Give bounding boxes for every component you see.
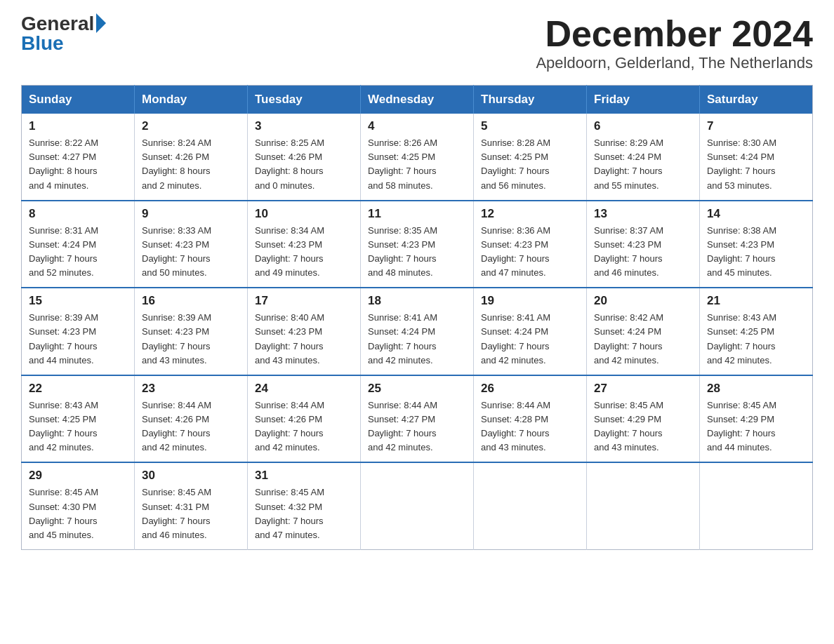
calendar-week-row: 22Sunrise: 8:43 AMSunset: 4:25 PMDayligh… (22, 375, 813, 463)
day-number: 20 (594, 294, 692, 308)
day-number: 18 (368, 294, 466, 308)
day-number: 31 (255, 469, 353, 483)
day-info: Sunrise: 8:45 AMSunset: 4:29 PMDaylight:… (707, 398, 805, 455)
day-number: 11 (368, 207, 466, 221)
day-info: Sunrise: 8:40 AMSunset: 4:23 PMDaylight:… (255, 311, 353, 368)
calendar-cell: 24Sunrise: 8:44 AMSunset: 4:26 PMDayligh… (248, 375, 361, 463)
calendar-cell: 6Sunrise: 8:29 AMSunset: 4:24 PMDaylight… (587, 114, 700, 201)
calendar-cell: 8Sunrise: 8:31 AMSunset: 4:24 PMDaylight… (22, 201, 135, 288)
calendar-cell: 18Sunrise: 8:41 AMSunset: 4:24 PMDayligh… (361, 288, 474, 375)
day-info: Sunrise: 8:45 AMSunset: 4:31 PMDaylight:… (142, 485, 240, 542)
day-number: 16 (142, 294, 240, 308)
day-info: Sunrise: 8:22 AMSunset: 4:27 PMDaylight:… (29, 136, 127, 193)
day-number: 12 (481, 207, 579, 221)
calendar-cell: 1Sunrise: 8:22 AMSunset: 4:27 PMDaylight… (22, 114, 135, 201)
calendar-cell: 23Sunrise: 8:44 AMSunset: 4:26 PMDayligh… (135, 375, 248, 463)
day-info: Sunrise: 8:44 AMSunset: 4:26 PMDaylight:… (142, 398, 240, 455)
day-number: 26 (481, 382, 579, 396)
weekday-header-sunday: Sunday (22, 86, 135, 114)
day-number: 22 (29, 382, 127, 396)
calendar-cell: 11Sunrise: 8:35 AMSunset: 4:23 PMDayligh… (361, 201, 474, 288)
calendar-cell: 16Sunrise: 8:39 AMSunset: 4:23 PMDayligh… (135, 288, 248, 375)
day-info: Sunrise: 8:26 AMSunset: 4:25 PMDaylight:… (368, 136, 466, 193)
calendar-cell: 21Sunrise: 8:43 AMSunset: 4:25 PMDayligh… (700, 288, 813, 375)
calendar-cell: 26Sunrise: 8:44 AMSunset: 4:28 PMDayligh… (474, 375, 587, 463)
weekday-header-thursday: Thursday (474, 86, 587, 114)
calendar-cell (587, 462, 700, 549)
day-info: Sunrise: 8:44 AMSunset: 4:28 PMDaylight:… (481, 398, 579, 455)
day-info: Sunrise: 8:36 AMSunset: 4:23 PMDaylight:… (481, 224, 579, 281)
weekday-header-monday: Monday (135, 86, 248, 114)
day-number: 29 (29, 469, 127, 483)
day-info: Sunrise: 8:44 AMSunset: 4:27 PMDaylight:… (368, 398, 466, 455)
day-info: Sunrise: 8:39 AMSunset: 4:23 PMDaylight:… (142, 311, 240, 368)
day-number: 15 (29, 294, 127, 308)
calendar-cell: 30Sunrise: 8:45 AMSunset: 4:31 PMDayligh… (135, 462, 248, 549)
calendar-header: SundayMondayTuesdayWednesdayThursdayFrid… (22, 86, 813, 114)
day-number: 9 (142, 207, 240, 221)
calendar-cell: 17Sunrise: 8:40 AMSunset: 4:23 PMDayligh… (248, 288, 361, 375)
day-number: 25 (368, 382, 466, 396)
day-info: Sunrise: 8:30 AMSunset: 4:24 PMDaylight:… (707, 136, 805, 193)
calendar-table: SundayMondayTuesdayWednesdayThursdayFrid… (21, 85, 813, 550)
header: General Blue December 2024 Apeldoorn, Ge… (21, 14, 813, 72)
day-number: 14 (707, 207, 805, 221)
day-info: Sunrise: 8:34 AMSunset: 4:23 PMDaylight:… (255, 224, 353, 281)
day-number: 6 (594, 119, 692, 133)
day-number: 7 (707, 119, 805, 133)
day-number: 8 (29, 207, 127, 221)
day-info: Sunrise: 8:45 AMSunset: 4:29 PMDaylight:… (594, 398, 692, 455)
day-number: 13 (594, 207, 692, 221)
calendar-cell: 2Sunrise: 8:24 AMSunset: 4:26 PMDaylight… (135, 114, 248, 201)
day-info: Sunrise: 8:45 AMSunset: 4:32 PMDaylight:… (255, 485, 353, 542)
calendar-cell: 9Sunrise: 8:33 AMSunset: 4:23 PMDaylight… (135, 201, 248, 288)
day-info: Sunrise: 8:43 AMSunset: 4:25 PMDaylight:… (707, 311, 805, 368)
day-info: Sunrise: 8:45 AMSunset: 4:30 PMDaylight:… (29, 485, 127, 542)
day-number: 10 (255, 207, 353, 221)
calendar-cell (700, 462, 813, 549)
day-info: Sunrise: 8:31 AMSunset: 4:24 PMDaylight:… (29, 224, 127, 281)
calendar-cell: 12Sunrise: 8:36 AMSunset: 4:23 PMDayligh… (474, 201, 587, 288)
day-info: Sunrise: 8:24 AMSunset: 4:26 PMDaylight:… (142, 136, 240, 193)
day-number: 27 (594, 382, 692, 396)
logo-triangle-icon (96, 13, 106, 33)
weekday-header-tuesday: Tuesday (248, 86, 361, 114)
day-info: Sunrise: 8:29 AMSunset: 4:24 PMDaylight:… (594, 136, 692, 193)
calendar-cell: 31Sunrise: 8:45 AMSunset: 4:32 PMDayligh… (248, 462, 361, 549)
calendar-cell (361, 462, 474, 549)
day-info: Sunrise: 8:35 AMSunset: 4:23 PMDaylight:… (368, 224, 466, 281)
day-number: 30 (142, 469, 240, 483)
calendar-cell: 19Sunrise: 8:41 AMSunset: 4:24 PMDayligh… (474, 288, 587, 375)
day-number: 3 (255, 119, 353, 133)
calendar-cell: 28Sunrise: 8:45 AMSunset: 4:29 PMDayligh… (700, 375, 813, 463)
calendar-week-row: 15Sunrise: 8:39 AMSunset: 4:23 PMDayligh… (22, 288, 813, 375)
weekday-header-row: SundayMondayTuesdayWednesdayThursdayFrid… (22, 86, 813, 114)
month-year-title: December 2024 (536, 14, 813, 54)
day-info: Sunrise: 8:28 AMSunset: 4:25 PMDaylight:… (481, 136, 579, 193)
calendar-cell: 5Sunrise: 8:28 AMSunset: 4:25 PMDaylight… (474, 114, 587, 201)
day-number: 19 (481, 294, 579, 308)
calendar-cell: 15Sunrise: 8:39 AMSunset: 4:23 PMDayligh… (22, 288, 135, 375)
logo-general-text: General (21, 14, 94, 34)
day-info: Sunrise: 8:42 AMSunset: 4:24 PMDaylight:… (594, 311, 692, 368)
weekday-header-wednesday: Wednesday (361, 86, 474, 114)
day-info: Sunrise: 8:41 AMSunset: 4:24 PMDaylight:… (368, 311, 466, 368)
calendar-cell: 27Sunrise: 8:45 AMSunset: 4:29 PMDayligh… (587, 375, 700, 463)
calendar-cell: 25Sunrise: 8:44 AMSunset: 4:27 PMDayligh… (361, 375, 474, 463)
logo-blue-text: Blue (21, 34, 64, 53)
day-info: Sunrise: 8:25 AMSunset: 4:26 PMDaylight:… (255, 136, 353, 193)
calendar-cell: 7Sunrise: 8:30 AMSunset: 4:24 PMDaylight… (700, 114, 813, 201)
calendar-cell: 3Sunrise: 8:25 AMSunset: 4:26 PMDaylight… (248, 114, 361, 201)
calendar-cell: 22Sunrise: 8:43 AMSunset: 4:25 PMDayligh… (22, 375, 135, 463)
day-number: 1 (29, 119, 127, 133)
weekday-header-saturday: Saturday (700, 86, 813, 114)
calendar-cell: 10Sunrise: 8:34 AMSunset: 4:23 PMDayligh… (248, 201, 361, 288)
day-number: 4 (368, 119, 466, 133)
calendar-cell (474, 462, 587, 549)
day-number: 21 (707, 294, 805, 308)
weekday-header-friday: Friday (587, 86, 700, 114)
calendar-cell: 14Sunrise: 8:38 AMSunset: 4:23 PMDayligh… (700, 201, 813, 288)
day-number: 28 (707, 382, 805, 396)
day-info: Sunrise: 8:33 AMSunset: 4:23 PMDaylight:… (142, 224, 240, 281)
calendar-cell: 29Sunrise: 8:45 AMSunset: 4:30 PMDayligh… (22, 462, 135, 549)
